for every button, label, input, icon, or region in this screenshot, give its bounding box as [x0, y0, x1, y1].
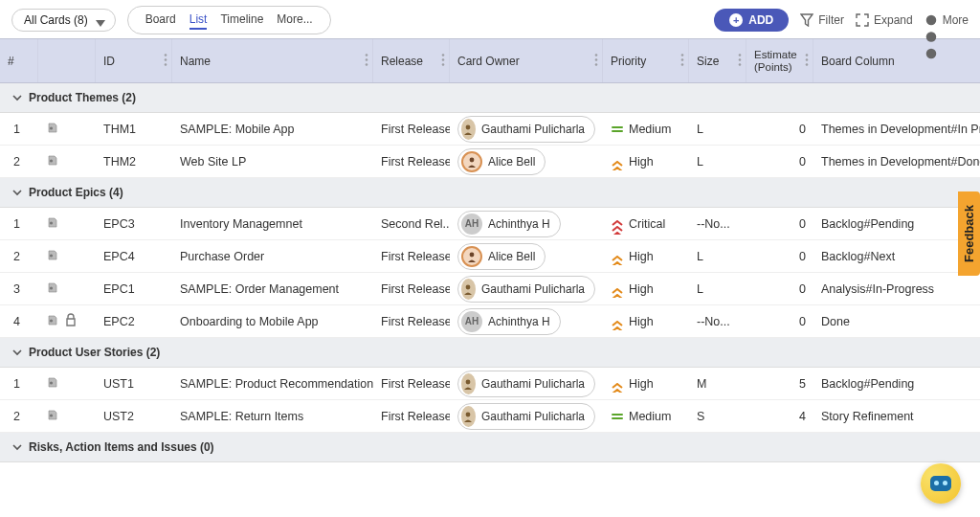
- cell-estimate: 0: [746, 313, 813, 330]
- owner-name: Gauthami Pulicharla: [481, 410, 585, 423]
- more-button[interactable]: More: [924, 13, 969, 27]
- tab-board[interactable]: Board: [145, 11, 176, 30]
- svg-point-37: [466, 412, 471, 416]
- chevron-down-icon[interactable]: [11, 441, 23, 453]
- view-tabs: Board List Timeline More...: [127, 6, 331, 34]
- cell-priority: High: [603, 281, 689, 298]
- cell-id: EPC1: [96, 281, 172, 298]
- cards-dropdown[interactable]: All Cards (8): [11, 9, 116, 32]
- card-icon: [46, 408, 59, 424]
- cell-estimate: 0: [746, 215, 813, 233]
- svg-point-0: [925, 15, 936, 26]
- table-row[interactable]: 2EPC4Purchase OrderFirst ReleaseAlice Be…: [0, 240, 980, 273]
- table-row[interactable]: 3EPC1SAMPLE: Order ManagementFirst Relea…: [0, 273, 980, 305]
- owner-name: Achinthya H: [488, 217, 550, 231]
- owner-pill[interactable]: Gauthami Pulicharla: [457, 276, 595, 303]
- cell-owner: Gauthami Pulicharla: [450, 401, 603, 432]
- svg-point-10: [442, 58, 445, 61]
- cell-board-column: Themes in Development#In Progress: [813, 121, 980, 138]
- owner-pill[interactable]: Gauthami Pulicharla: [457, 403, 595, 430]
- svg-point-15: [681, 54, 684, 56]
- owner-name: Achinthya H: [488, 315, 550, 328]
- avatar: AH: [461, 311, 482, 332]
- cell-name: SAMPLE: Mobile App: [172, 121, 373, 138]
- svg-point-30: [470, 252, 475, 257]
- col-menu-icon[interactable]: [594, 53, 598, 69]
- table-row[interactable]: 1UST1SAMPLE: Product RecommendationsFirs…: [0, 368, 980, 400]
- table-row[interactable]: 4EPC2Onboarding to Mobile AppFirst Relea…: [0, 305, 980, 338]
- group-header[interactable]: Product User Stories (2): [0, 338, 980, 368]
- owner-pill[interactable]: AHAchinthya H: [457, 308, 561, 335]
- group-header[interactable]: Product Epics (4): [0, 178, 980, 208]
- col-menu-icon[interactable]: [805, 53, 809, 69]
- priority-label: High: [629, 250, 654, 263]
- feedback-tab[interactable]: Feedback: [958, 191, 980, 276]
- col-menu-icon[interactable]: [164, 53, 167, 69]
- priority-high-icon: [611, 156, 624, 168]
- col-menu-icon[interactable]: [441, 53, 445, 69]
- avatar: [461, 279, 476, 300]
- owner-name: Alice Bell: [488, 250, 535, 263]
- group-header[interactable]: Risks, Action Items and Issues (0): [0, 433, 980, 462]
- priority-label: Critical: [629, 217, 665, 231]
- cell-owner: Alice Bell: [450, 241, 603, 272]
- svg-point-36: [50, 415, 53, 417]
- svg-point-22: [806, 58, 809, 61]
- owner-pill[interactable]: Gauthami Pulicharla: [457, 371, 595, 397]
- expand-button[interactable]: Expand: [856, 13, 913, 27]
- avatar: AH: [461, 214, 482, 235]
- col-release[interactable]: Release: [373, 39, 450, 82]
- tab-more[interactable]: More...: [277, 11, 312, 30]
- col-owner[interactable]: Card Owner: [450, 39, 603, 82]
- owner-pill[interactable]: Alice Bell: [457, 148, 546, 175]
- col-size[interactable]: Size: [689, 39, 746, 82]
- cell-type: [38, 119, 96, 139]
- col-menu-icon[interactable]: [738, 53, 742, 69]
- cell-index: 3: [0, 281, 38, 298]
- chevron-down-icon[interactable]: [11, 187, 23, 198]
- cell-name: SAMPLE: Return Items: [172, 408, 373, 425]
- col-estimate[interactable]: Estimate(Points): [746, 39, 813, 82]
- cell-owner: AHAchinthya H: [450, 306, 603, 337]
- cards-dropdown-label: All Cards (8): [24, 13, 88, 27]
- chevron-down-icon[interactable]: [11, 92, 23, 103]
- cell-release: First Release: [373, 248, 450, 265]
- filter-button[interactable]: Filter: [800, 13, 844, 27]
- col-menu-icon[interactable]: [365, 53, 368, 69]
- cell-estimate: 0: [746, 121, 813, 138]
- col-menu-icon[interactable]: [680, 53, 684, 69]
- tab-list[interactable]: List: [189, 11, 208, 30]
- chevron-down-icon[interactable]: [11, 347, 23, 358]
- kebab-icon: [924, 13, 938, 27]
- col-type[interactable]: [38, 39, 96, 82]
- priority-label: Medium: [629, 123, 671, 136]
- owner-pill[interactable]: AHAchinthya H: [457, 211, 561, 237]
- cell-estimate: 0: [746, 248, 813, 265]
- cell-estimate: 5: [746, 375, 813, 393]
- cell-type: [38, 311, 96, 331]
- chatbot-button[interactable]: [921, 463, 961, 504]
- table-row[interactable]: 1EPC3Inventory ManagemnetSecond Rel...AH…: [0, 208, 980, 240]
- col-priority[interactable]: Priority: [603, 39, 689, 82]
- tab-timeline[interactable]: Timeline: [220, 11, 263, 30]
- table-row[interactable]: 2UST2SAMPLE: Return ItemsFirst ReleaseGa…: [0, 400, 980, 433]
- col-name[interactable]: Name: [172, 39, 373, 82]
- owner-pill[interactable]: Alice Bell: [457, 243, 546, 270]
- table-row[interactable]: 1THM1SAMPLE: Mobile AppFirst ReleaseGaut…: [0, 113, 980, 146]
- priority-label: High: [629, 155, 654, 169]
- group-title: Product Epics (4): [29, 186, 123, 199]
- col-board-column[interactable]: Board Column: [813, 39, 980, 82]
- cell-name: Purchase Order: [172, 248, 373, 265]
- cell-size: L: [689, 153, 746, 170]
- add-button[interactable]: + ADD: [714, 9, 789, 32]
- table-body: Product Themes (2)1THM1SAMPLE: Mobile Ap…: [0, 83, 980, 462]
- cell-size: --No...: [689, 215, 746, 233]
- col-id[interactable]: ID: [96, 39, 172, 82]
- table-row[interactable]: 2THM2Web Site LPFirst ReleaseAlice BellH…: [0, 146, 980, 178]
- group-header[interactable]: Product Themes (2): [0, 83, 980, 113]
- owner-pill[interactable]: Gauthami Pulicharla: [457, 116, 595, 143]
- col-index[interactable]: #: [0, 39, 38, 82]
- avatar: [461, 373, 476, 394]
- plus-icon: +: [729, 13, 743, 27]
- cell-priority: Medium: [603, 408, 689, 425]
